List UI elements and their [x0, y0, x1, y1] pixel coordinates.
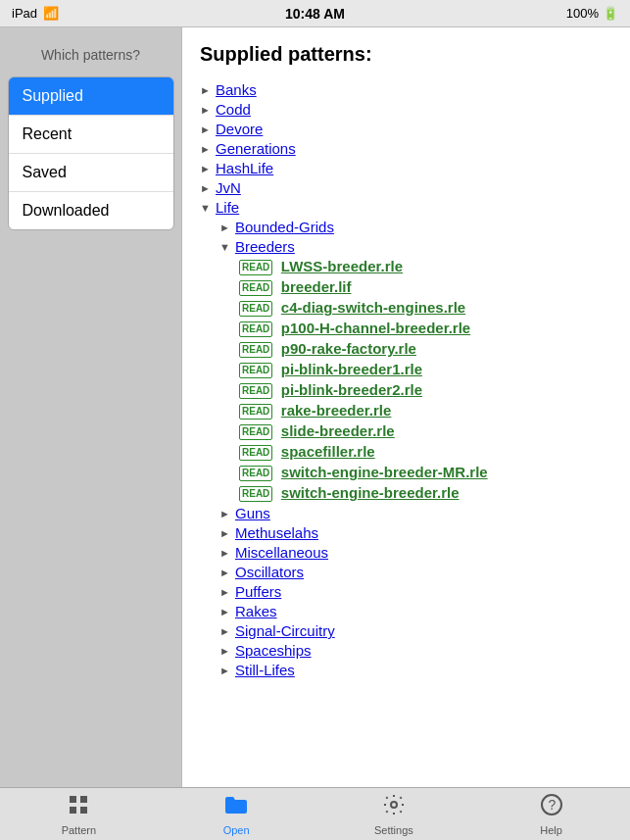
- triangle-still-lifes[interactable]: ►: [219, 665, 231, 676]
- file-pi-blink1: READ pi-blink-breeder1.rle: [239, 361, 612, 378]
- ipad-label: iPad: [12, 6, 37, 21]
- link-bounded-grids[interactable]: Bounded-Grids: [235, 219, 334, 235]
- file-p90-rake: READ p90-rake-factory.rle: [239, 340, 612, 358]
- link-switch-engine[interactable]: switch-engine-breeder.rle: [281, 484, 460, 501]
- tree-item-rakes: ► Rakes: [219, 603, 612, 619]
- link-codd[interactable]: Codd: [216, 101, 251, 118]
- tree-item-bounded-grids: ► Bounded-Grids: [219, 219, 612, 235]
- wifi-icon: 📶: [43, 6, 59, 21]
- triangle-bounded-grids[interactable]: ►: [219, 222, 231, 233]
- link-lwss-breeder[interactable]: LWSS-breeder.rle: [281, 258, 403, 274]
- sidebar-item-downloaded[interactable]: Downloaded: [9, 192, 173, 229]
- read-badge-breeder-lif: READ: [239, 280, 272, 296]
- triangle-jvn[interactable]: ►: [200, 182, 212, 194]
- triangle-devore[interactable]: ►: [200, 124, 212, 135]
- link-methuselahs[interactable]: Methuselahs: [235, 524, 318, 541]
- svg-rect-0: [70, 796, 76, 803]
- sidebar-item-recent[interactable]: Recent: [9, 116, 173, 154]
- triangle-rakes[interactable]: ►: [219, 606, 231, 618]
- link-c4-diag[interactable]: c4-diag-switch-engines.rle: [281, 299, 465, 316]
- link-oscillators[interactable]: Oscillators: [235, 564, 304, 580]
- link-p90-rake[interactable]: p90-rake-factory.rle: [281, 340, 416, 357]
- file-switch-engine: READ switch-engine-breeder.rle: [239, 484, 612, 502]
- file-p100-h: READ p100-H-channel-breeder.rle: [239, 320, 612, 337]
- link-slide-breeder[interactable]: slide-breeder.rle: [281, 422, 395, 439]
- link-devore[interactable]: Devore: [216, 121, 263, 137]
- pattern-icon: [67, 793, 90, 822]
- link-pi-blink1[interactable]: pi-blink-breeder1.rle: [281, 361, 422, 377]
- triangle-methuselahs[interactable]: ►: [219, 527, 231, 539]
- link-puffers[interactable]: Puffers: [235, 583, 281, 600]
- triangle-puffers[interactable]: ►: [219, 586, 231, 598]
- svg-point-4: [391, 802, 397, 808]
- link-breeder-lif[interactable]: breeder.lif: [281, 278, 352, 295]
- tree-item-signal-circuitry: ► Signal-Circuitry: [219, 622, 612, 639]
- link-banks[interactable]: Banks: [216, 81, 257, 98]
- tab-help-label: Help: [540, 824, 562, 836]
- link-jvn[interactable]: JvN: [216, 179, 241, 196]
- open-icon: [223, 793, 249, 822]
- breeders-children: READ LWSS-breeder.rle READ breeder.lif R…: [239, 258, 612, 502]
- triangle-miscellaneous[interactable]: ►: [219, 547, 231, 559]
- link-hashlife[interactable]: HashLife: [216, 160, 273, 176]
- link-breeders[interactable]: Breeders: [235, 238, 295, 255]
- file-switch-mr: READ switch-engine-breeder-MR.rle: [239, 464, 612, 481]
- svg-text:?: ?: [548, 797, 556, 813]
- tree-item-spaceships: ► Spaceships: [219, 642, 612, 659]
- link-switch-mr[interactable]: switch-engine-breeder-MR.rle: [281, 464, 488, 480]
- read-badge-slide: READ: [239, 424, 272, 440]
- link-rake-breeder[interactable]: rake-breeder.rle: [281, 402, 392, 419]
- read-badge-pi2: READ: [239, 383, 272, 399]
- triangle-signal-circuitry[interactable]: ►: [219, 625, 231, 637]
- tab-help[interactable]: ? Help: [472, 793, 630, 836]
- triangle-oscillators[interactable]: ►: [219, 567, 231, 578]
- read-badge-pi1: READ: [239, 363, 272, 378]
- link-spacefiller[interactable]: spacefiller.rle: [281, 443, 375, 460]
- triangle-guns[interactable]: ►: [219, 508, 231, 519]
- tree-item-oscillators: ► Oscillators: [219, 564, 612, 580]
- tree-item-hashlife: ► HashLife: [200, 160, 612, 176]
- sidebar-item-supplied[interactable]: Supplied: [9, 77, 173, 116]
- tab-settings[interactable]: Settings: [315, 793, 473, 836]
- svg-rect-3: [80, 807, 87, 814]
- battery-label: 100%: [566, 6, 599, 21]
- triangle-breeders[interactable]: ▼: [219, 241, 231, 253]
- triangle-banks[interactable]: ►: [200, 84, 212, 96]
- tree-item-jvn: ► JvN: [200, 179, 612, 196]
- link-generations[interactable]: Generations: [216, 140, 296, 157]
- svg-rect-2: [70, 807, 76, 814]
- link-life[interactable]: Life: [216, 199, 239, 216]
- sidebar-item-saved[interactable]: Saved: [9, 154, 173, 192]
- read-badge-rake: READ: [239, 404, 272, 420]
- file-c4-diag: READ c4-diag-switch-engines.rle: [239, 299, 612, 317]
- triangle-life[interactable]: ▼: [200, 202, 212, 214]
- link-still-lifes[interactable]: Still-Lifes: [235, 662, 295, 678]
- tree-root: ► Banks ► Codd ► Devore: [200, 81, 612, 678]
- status-bar: iPad 📶 10:48 AM 100% 🔋: [0, 0, 630, 27]
- link-signal-circuitry[interactable]: Signal-Circuitry: [235, 622, 335, 639]
- tree-item-generations: ► Generations: [200, 140, 612, 157]
- tree-item-breeders: ▼ Breeders READ LWSS-breeder.rle READ br…: [219, 238, 612, 502]
- link-spaceships[interactable]: Spaceships: [235, 642, 312, 659]
- tab-open-label: Open: [223, 824, 250, 836]
- triangle-spaceships[interactable]: ►: [219, 645, 231, 657]
- svg-rect-1: [80, 796, 87, 803]
- triangle-hashlife[interactable]: ►: [200, 163, 212, 174]
- read-badge-p100: READ: [239, 321, 272, 337]
- link-guns[interactable]: Guns: [235, 505, 270, 521]
- link-rakes[interactable]: Rakes: [235, 603, 277, 619]
- link-miscellaneous[interactable]: Miscellaneous: [235, 544, 328, 561]
- tree-item-guns: ► Guns: [219, 505, 612, 521]
- battery-icon: 🔋: [603, 6, 618, 21]
- sidebar: Which patterns? Supplied Recent Saved Do…: [0, 27, 181, 787]
- tree-item-methuselahs: ► Methuselahs: [219, 524, 612, 541]
- read-badge-spacefiller: READ: [239, 445, 272, 461]
- tree-item-puffers: ► Puffers: [219, 583, 612, 600]
- tab-open[interactable]: Open: [158, 793, 315, 836]
- file-pi-blink2: READ pi-blink-breeder2.rle: [239, 381, 612, 399]
- triangle-generations[interactable]: ►: [200, 143, 212, 155]
- triangle-codd[interactable]: ►: [200, 104, 212, 116]
- link-p100-h[interactable]: p100-H-channel-breeder.rle: [281, 320, 470, 336]
- tab-pattern[interactable]: Pattern: [0, 793, 158, 836]
- link-pi-blink2[interactable]: pi-blink-breeder2.rle: [281, 381, 422, 398]
